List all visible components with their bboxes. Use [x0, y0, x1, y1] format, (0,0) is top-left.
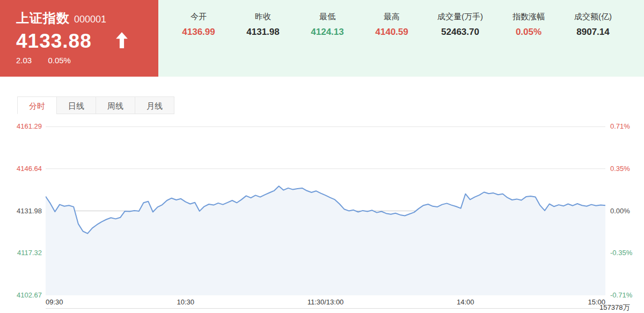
y-label-right: -0.35% [610, 249, 632, 257]
tab-minute[interactable]: 分时 [17, 96, 57, 114]
y-label-left: 4161.29 [17, 122, 42, 130]
index-price: 4133.88 [16, 30, 92, 53]
x-tick: 11:30/13:00 [308, 298, 344, 306]
tab-monthly[interactable]: 月线 [135, 96, 174, 114]
stat-column: 最低4124.13 [309, 12, 346, 77]
stat-value: 52463.70 [437, 27, 483, 38]
stats-row: 今开4136.99昨收4131.98最低4124.13最高4140.59成交量(… [158, 0, 644, 77]
stat-column: 成交额(亿)8907.14 [574, 12, 612, 77]
y-label-left: 4131.98 [17, 207, 42, 215]
index-change: 2.03 [16, 56, 32, 65]
stat-value: 4124.13 [309, 27, 346, 38]
stat-label: 成交额(亿) [574, 12, 612, 22]
stat-value: 8907.14 [574, 27, 612, 38]
x-tick: 14:00 [457, 298, 474, 306]
stat-value: 4140.59 [373, 27, 411, 38]
y-axis-left: 4161.294146.644131.984117.324102.67 [0, 126, 42, 295]
x-tick: 10:30 [177, 298, 194, 306]
intraday-chart-svg [46, 126, 605, 295]
volume-axis-label: 157378万 [599, 303, 630, 312]
y-label-right: 0.71% [610, 122, 630, 130]
price-area-fill [46, 186, 605, 295]
stat-value: 4136.99 [180, 27, 217, 38]
index-code: 000001 [74, 14, 106, 25]
y-label-left: 4146.64 [17, 165, 42, 173]
period-tab-bar: 分时日线周线月线 [17, 96, 174, 114]
stat-label: 最低 [309, 12, 346, 22]
stat-column: 指数涨幅0.05% [510, 12, 547, 77]
stat-column: 成交量(万手)52463.70 [437, 12, 483, 77]
stat-label: 今开 [180, 12, 217, 22]
index-change-pct: 0.05% [48, 56, 71, 65]
tab-weekly[interactable]: 周线 [96, 96, 135, 114]
y-label-left: 4117.32 [17, 249, 42, 257]
stat-value: 4131.98 [244, 27, 282, 38]
y-label-left: 4102.67 [17, 291, 42, 299]
stat-column: 今开4136.99 [180, 12, 217, 77]
y-label-right: -0.71% [610, 291, 632, 299]
x-tick: 09:30 [46, 298, 63, 306]
y-axis-right: 0.71%0.35%0.00%-0.35%-0.71% [610, 126, 644, 295]
tab-daily[interactable]: 日线 [56, 96, 96, 114]
stat-label: 指数涨幅 [510, 12, 547, 22]
stat-column: 最高4140.59 [373, 12, 411, 77]
stat-column: 昨收4131.98 [244, 12, 282, 77]
stat-value: 0.05% [510, 27, 547, 38]
x-axis: 09:3010:3011:30/13:0014:0015:00 [46, 298, 605, 307]
y-label-right: 0.35% [610, 165, 630, 173]
stat-label: 最高 [373, 12, 411, 22]
index-quote-card: 上证指数 000001 4133.88 2.03 0.05% [0, 0, 158, 77]
index-name: 上证指数 [16, 10, 70, 27]
up-arrow-icon [115, 32, 128, 50]
stock-quote-page: 上证指数 000001 4133.88 2.03 0.05% 今开4136.99… [0, 0, 644, 313]
volume-pane-border [46, 308, 605, 309]
intraday-chart[interactable] [46, 126, 605, 295]
stat-label: 成交量(万手) [437, 12, 483, 22]
y-label-right: 0.00% [610, 207, 630, 215]
stat-label: 昨收 [244, 12, 282, 22]
